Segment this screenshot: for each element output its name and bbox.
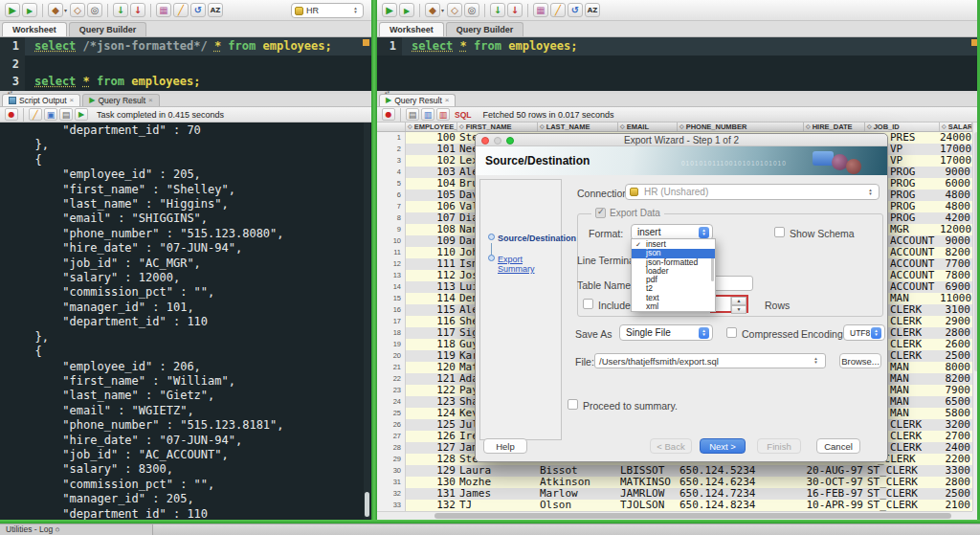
column-header-salary[interactable]: SALARY: [940, 123, 972, 131]
to-upper-lower-icon[interactable]: [208, 3, 223, 17]
back-button[interactable]: < Back: [650, 438, 692, 454]
editor-line[interactable]: 1select * from employees;: [377, 37, 980, 56]
rollback-icon[interactable]: [507, 3, 523, 17]
grid-cell[interactable]: 1: [377, 132, 406, 144]
table-row[interactable]: 30129LauraBissotLBISSOT650.124.523420-AU…: [377, 465, 972, 477]
grid-cell[interactable]: 22: [377, 373, 406, 385]
grid-cell[interactable]: 13: [377, 270, 406, 281]
grid-cell[interactable]: 122: [406, 385, 457, 396]
autotrace-icon[interactable]: [425, 3, 440, 17]
save-icon[interactable]: [44, 108, 57, 121]
column-header-job_id[interactable]: JOB_ID: [865, 123, 940, 131]
grid-cell[interactable]: LBISSOT: [618, 465, 678, 477]
grid-cell[interactable]: Atkinson: [538, 477, 618, 488]
utilities-log-tab[interactable]: Utilities - Log ○: [0, 524, 153, 535]
print-icon[interactable]: [406, 108, 419, 121]
grid-cell[interactable]: Olson: [538, 500, 618, 511]
connection-selector[interactable]: HR ▲▼: [291, 3, 364, 18]
grid-cell[interactable]: 132: [406, 500, 457, 511]
grid-cell[interactable]: 126: [406, 431, 457, 442]
column-header-employee_id[interactable]: EMPLOYEE_ID: [406, 123, 457, 131]
grid-horizontal-scrollbar[interactable]: [377, 511, 972, 520]
grid-cell[interactable]: 6900: [940, 281, 972, 293]
grid-cell[interactable]: 8200: [940, 247, 972, 258]
grid-cell[interactable]: 116: [406, 316, 457, 327]
next-button[interactable]: Next >: [700, 438, 746, 454]
grid-cell[interactable]: 107: [406, 212, 457, 224]
grid-cell[interactable]: 11: [377, 247, 406, 258]
format-option-pdf[interactable]: pdf: [632, 276, 715, 284]
proceed-checkbox[interactable]: [568, 399, 578, 410]
grid-cell[interactable]: 3300: [940, 465, 972, 477]
grid-cell[interactable]: 26: [377, 419, 406, 431]
format-option-insert[interactable]: ✓insert: [632, 240, 715, 249]
grid-cell[interactable]: 17000: [940, 155, 972, 167]
grid-cell[interactable]: 12000: [940, 224, 972, 235]
table-row[interactable]: 31130MozheAtkinsonMATKINSO650.124.623430…: [377, 477, 972, 488]
run-script-icon[interactable]: [75, 108, 88, 121]
finish-button[interactable]: Finish: [757, 438, 801, 454]
grid-cell[interactable]: 24: [377, 396, 406, 408]
grid-cell[interactable]: 6500: [940, 396, 972, 408]
tab-query-builder[interactable]: Query Builder: [446, 22, 524, 36]
grid-cell[interactable]: 121: [406, 373, 457, 385]
grid-cell[interactable]: 112: [406, 270, 457, 281]
grid-cell[interactable]: 106: [406, 201, 457, 212]
grid-cell[interactable]: 2500: [940, 488, 972, 500]
grid-cell[interactable]: 119: [406, 350, 457, 362]
grid-cell[interactable]: 101: [406, 144, 457, 155]
column-header-last_name[interactable]: LAST_NAME: [538, 123, 618, 131]
monitor-icon[interactable]: [533, 3, 548, 17]
grid-cell[interactable]: 2700: [940, 431, 972, 442]
tab-script-output[interactable]: Script Output ×: [2, 94, 80, 106]
run-script-icon[interactable]: [399, 3, 414, 17]
grid-cell[interactable]: 27: [377, 431, 406, 442]
grid-cell[interactable]: 7900: [940, 385, 972, 396]
stepper-icon[interactable]: ▲▼: [699, 227, 709, 238]
column-header-email[interactable]: EMAIL: [618, 123, 678, 131]
grid-cell[interactable]: 32: [377, 488, 406, 500]
grid-cell[interactable]: ST_CLERK: [865, 488, 940, 500]
grid-cell[interactable]: 120: [406, 362, 457, 373]
query-builder-icon[interactable]: [464, 3, 479, 17]
grid-cell[interactable]: 4: [377, 167, 406, 178]
grid-cell[interactable]: 117: [406, 327, 457, 339]
grid-cell[interactable]: 7800: [940, 270, 972, 281]
grid-cell[interactable]: JAMRLOW: [618, 488, 678, 500]
grid-cell[interactable]: 104: [406, 178, 457, 189]
table-row[interactable]: 32131JamesMarlowJAMRLOW650.124.723416-FE…: [377, 488, 972, 500]
grid-cell[interactable]: Mozhe: [457, 477, 538, 488]
format-option-t2[interactable]: t2: [632, 284, 715, 293]
grid-cell[interactable]: 2800: [940, 327, 972, 339]
rows-spinner[interactable]: ▲▼: [710, 295, 748, 313]
grid-cell[interactable]: 9: [377, 224, 406, 235]
close-icon[interactable]: ×: [445, 95, 450, 106]
grid-cell[interactable]: 2200: [940, 454, 972, 465]
rollback-icon[interactable]: [130, 3, 145, 17]
grid-cell[interactable]: 124: [406, 408, 457, 419]
grid-cell[interactable]: 30: [377, 465, 406, 477]
output-scrollbar[interactable]: [364, 123, 370, 519]
history-icon[interactable]: [190, 3, 206, 17]
column-header-hire_date[interactable]: HIRE_DATE: [804, 123, 865, 131]
clear-icon[interactable]: [550, 3, 566, 17]
grid-cell[interactable]: 10-APR-99: [804, 500, 865, 511]
grid-cell[interactable]: 109: [406, 235, 457, 247]
browse-button[interactable]: Browse...: [839, 353, 881, 368]
export-data-checkbox[interactable]: [595, 208, 606, 218]
zoom-window-icon[interactable]: [506, 137, 514, 145]
sql-editor-left[interactable]: 1select /*json-formatted*/ * from employ…: [0, 37, 371, 91]
grid-cell[interactable]: 650.124.8234: [678, 500, 804, 511]
grid-cell[interactable]: 16: [377, 304, 406, 316]
grid-cell[interactable]: 5800: [940, 408, 972, 419]
grid-cell[interactable]: 9000: [940, 167, 972, 178]
grid-cell[interactable]: 17000: [940, 144, 972, 155]
grid-cell[interactable]: 19: [377, 339, 406, 350]
format-option-text[interactable]: text: [632, 294, 715, 302]
grid-cell[interactable]: 5: [377, 178, 406, 189]
grid-cell[interactable]: 16-FEB-97: [804, 488, 865, 500]
grid-cell[interactable]: 31: [377, 477, 406, 488]
tab-worksheet[interactable]: Worksheet: [379, 22, 444, 36]
grid-cell[interactable]: Bissot: [538, 465, 618, 477]
dropdown-caret-icon[interactable]: ▾: [64, 7, 67, 13]
